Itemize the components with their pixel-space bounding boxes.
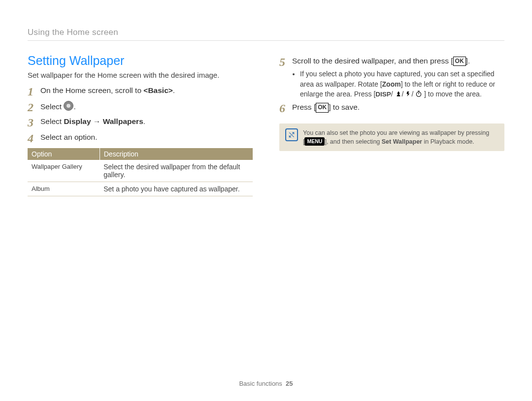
step-text-end: ] to save. bbox=[329, 103, 360, 111]
flash-icon bbox=[405, 90, 411, 100]
note-line: ], and then selecting bbox=[325, 138, 381, 145]
timer-icon bbox=[415, 90, 422, 100]
option-name: Wallpaper Gallery bbox=[28, 160, 100, 182]
section-lead: Set wallpaper for the Home screen with t… bbox=[28, 71, 253, 79]
step-text: Press [ bbox=[292, 103, 316, 111]
table-header-description: Description bbox=[100, 148, 253, 160]
step-text-end: ]. bbox=[466, 57, 470, 65]
manual-page: Using the Home screen Setting Wallpaper … bbox=[0, 0, 532, 401]
step-text: Select bbox=[40, 102, 64, 111]
note-icon bbox=[285, 128, 298, 141]
step-5-sublist: If you select a photo you have captured,… bbox=[300, 69, 504, 100]
running-head: Using the Home screen bbox=[28, 28, 504, 37]
steps-list-right: Scroll to the desired wallpaper, and the… bbox=[279, 56, 504, 116]
step-1: On the Home screen, scroll to <Basic>. bbox=[28, 85, 253, 99]
step-text: On the Home screen, scroll to bbox=[40, 86, 143, 94]
footer-section: Basic functions bbox=[239, 380, 282, 387]
step-text: Select an option. bbox=[40, 132, 97, 143]
steps-list-left: On the Home screen, scroll to <Basic>. S… bbox=[28, 85, 253, 145]
menu-path: Display → Wallpapers bbox=[64, 117, 143, 125]
note-text: You can also set the photo you are viewi… bbox=[303, 128, 489, 146]
option-desc: Select the desired wallpaper from the de… bbox=[100, 160, 253, 182]
slash: / bbox=[391, 90, 393, 98]
macro-icon bbox=[395, 90, 402, 100]
divider bbox=[28, 40, 504, 41]
step-text-end: . bbox=[73, 102, 75, 111]
slash: / bbox=[402, 90, 404, 98]
step-3: Select Display → Wallpapers. bbox=[28, 116, 253, 130]
section-title: Setting Wallpaper bbox=[28, 54, 253, 68]
zoom-label: Zoom bbox=[382, 80, 401, 88]
note-box: You can also set the photo you are viewi… bbox=[279, 123, 504, 151]
note-line: You can also set the photo you are viewi… bbox=[303, 129, 489, 136]
step-text: Select bbox=[40, 117, 64, 125]
left-column: Setting Wallpaper Set wallpaper for the … bbox=[28, 54, 253, 196]
ok-button-icon: OK bbox=[316, 103, 329, 112]
slash: / bbox=[411, 90, 413, 98]
set-wallpaper-label: Set Wallpaper bbox=[382, 138, 422, 145]
step-text-end: . bbox=[143, 117, 145, 125]
options-table: Option Description Wallpaper Gallery Sel… bbox=[28, 148, 253, 196]
step-6: Press [OK] to save. bbox=[279, 102, 504, 116]
two-column-layout: Setting Wallpaper Set wallpaper for the … bbox=[28, 54, 504, 196]
step-text-end: . bbox=[173, 86, 175, 94]
page-footer: Basic functions 25 bbox=[0, 380, 532, 387]
page-number: 25 bbox=[286, 380, 293, 387]
step-4: Select an option. bbox=[28, 132, 253, 146]
table-row: Wallpaper Gallery Select the desired wal… bbox=[28, 160, 253, 182]
svg-point-0 bbox=[417, 92, 421, 96]
disp-label: DISP bbox=[375, 91, 391, 98]
step-2: Select . bbox=[28, 101, 253, 115]
menu-button-icon: MENU bbox=[304, 137, 325, 146]
settings-dial-icon bbox=[64, 101, 73, 111]
step-5-bullet: If you select a photo you have captured,… bbox=[300, 69, 504, 100]
step-text: Scroll to the desired wallpaper, and the… bbox=[292, 57, 453, 65]
option-desc: Set a photo you have captured as wallpap… bbox=[100, 182, 253, 196]
table-header-option: Option bbox=[28, 148, 100, 160]
ok-button-icon: OK bbox=[453, 57, 466, 66]
right-column: Scroll to the desired wallpaper, and the… bbox=[279, 54, 504, 196]
table-row: Album Set a photo you have captured as w… bbox=[28, 182, 253, 196]
step-5: Scroll to the desired wallpaper, and the… bbox=[279, 56, 504, 100]
bullet-text: ] to move the area. bbox=[424, 90, 482, 98]
basic-label: <Basic> bbox=[143, 86, 172, 94]
note-line: in Playback mode. bbox=[422, 138, 474, 145]
option-name: Album bbox=[28, 182, 100, 196]
